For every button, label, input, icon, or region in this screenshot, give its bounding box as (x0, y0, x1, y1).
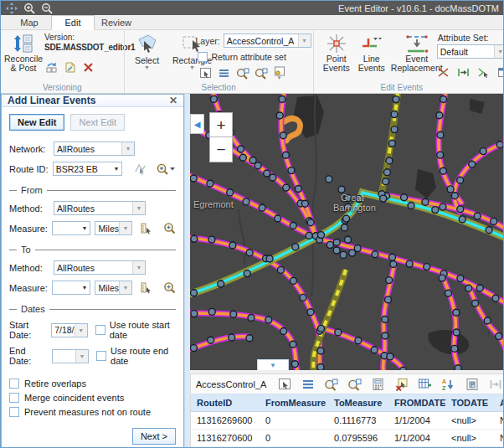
event-point[interactable] (496, 142, 503, 148)
route-id-dropdown[interactable]: BSR23 EB ▼ (53, 162, 123, 176)
event-point[interactable] (484, 317, 491, 324)
select-by-shape-icon[interactable] (199, 66, 213, 80)
event-point[interactable] (380, 195, 387, 202)
event-point[interactable] (207, 180, 213, 187)
event-point[interactable] (391, 126, 398, 133)
event-point[interactable] (333, 247, 340, 254)
network-dropdown[interactable]: AllRoutes ▼ (54, 142, 135, 156)
event-point[interactable] (270, 174, 276, 181)
event-point[interactable] (437, 131, 444, 138)
event-point[interactable] (388, 140, 395, 147)
table-header-row[interactable]: RouteID FromMeasure ToMeasure FROMDATE T… (191, 394, 504, 412)
event-point[interactable] (290, 277, 296, 284)
event-point[interactable] (218, 281, 224, 287)
event-point[interactable] (457, 177, 464, 183)
event-point[interactable] (229, 242, 236, 249)
to-method-arrow[interactable]: ▼ (132, 261, 145, 274)
event-point[interactable] (208, 308, 215, 315)
reconcile-post-button[interactable]: Reconcile & Post (4, 33, 43, 73)
event-point[interactable] (451, 345, 458, 352)
table-row[interactable]: 1131626960000.11167731/1/2004<null>No (191, 412, 504, 430)
event-point[interactable] (349, 250, 356, 256)
event-point[interactable] (447, 186, 454, 193)
to-zoom-icon[interactable] (163, 281, 176, 295)
zoom-out-icon[interactable] (40, 3, 53, 14)
event-point[interactable] (238, 146, 244, 152)
event-point[interactable] (338, 186, 345, 193)
route-id-dropdown-arrow[interactable]: ▼ (111, 166, 121, 172)
table-append-icon[interactable] (418, 377, 432, 391)
event-point[interactable] (382, 332, 388, 339)
table-split-icon[interactable] (488, 377, 502, 391)
map-zoom-in-button[interactable]: + (209, 112, 233, 137)
panel-close-icon[interactable]: ✕ (169, 95, 177, 106)
event-point[interactable] (290, 223, 296, 229)
table-calculator-icon[interactable] (371, 377, 385, 391)
to-measure-dropdown[interactable]: ▼ (52, 281, 91, 295)
event-point[interactable] (335, 329, 342, 336)
event-point[interactable] (306, 232, 312, 239)
panel-scrollbar[interactable] (184, 94, 190, 448)
from-units-arrow[interactable]: ▼ (119, 222, 131, 234)
event-point[interactable] (372, 251, 378, 258)
event-point[interactable] (191, 235, 198, 242)
event-point[interactable] (387, 353, 393, 360)
event-point[interactable] (436, 112, 443, 119)
event-point[interactable] (469, 161, 476, 167)
event-point[interactable] (355, 337, 362, 344)
zoom-to-selected-icon[interactable] (236, 66, 249, 80)
event-point[interactable] (401, 194, 408, 201)
event-point[interactable] (190, 175, 197, 182)
event-point[interactable] (408, 203, 414, 209)
layer-dropdown[interactable]: AccessControl_A ▼ (224, 33, 311, 48)
table-row[interactable]: 1131627060000.07955961/1/2004<null>No (191, 430, 504, 447)
event-point[interactable] (208, 337, 214, 343)
from-measure-tool-icon[interactable] (140, 222, 152, 235)
event-point[interactable] (326, 176, 332, 183)
event-point[interactable] (459, 216, 465, 223)
event-point[interactable] (492, 295, 499, 301)
select-button[interactable]: Select ▼ (129, 33, 166, 70)
event-point[interactable] (191, 290, 198, 296)
retire-overlaps-checkbox[interactable] (9, 378, 19, 389)
event-point[interactable] (208, 236, 215, 243)
end-date-arrow[interactable]: ▼ (75, 350, 88, 363)
event-point[interactable] (275, 215, 281, 222)
event-point[interactable] (266, 255, 273, 262)
event-point[interactable] (342, 224, 348, 231)
event-point[interactable] (227, 189, 234, 196)
event-point[interactable] (457, 206, 464, 213)
event-point[interactable] (457, 275, 464, 282)
event-point[interactable] (283, 184, 290, 191)
new-edit-button[interactable]: New Edit (9, 114, 64, 131)
event-point[interactable] (424, 264, 430, 270)
attribute-set-dropdown[interactable]: Default ▼ (437, 44, 504, 59)
event-point[interactable] (327, 241, 333, 248)
merge-events-icon[interactable] (477, 65, 491, 79)
to-units-arrow[interactable]: ▼ (119, 281, 131, 294)
event-point[interactable] (422, 198, 429, 205)
from-method-dropdown[interactable]: AllRoutes ▼ (54, 201, 146, 215)
event-point[interactable] (307, 219, 314, 226)
attribute-list-icon[interactable] (218, 66, 231, 80)
event-point[interactable] (496, 333, 502, 340)
event-point[interactable] (439, 275, 445, 281)
event-point[interactable] (390, 261, 397, 268)
select-route-on-map-icon[interactable] (133, 162, 147, 176)
event-point[interactable] (318, 232, 325, 239)
event-point[interactable] (371, 347, 378, 353)
event-point[interactable] (455, 365, 461, 370)
to-method-dropdown[interactable]: AllRoutes ▼ (54, 260, 146, 275)
map-view[interactable]: Egremont Great Barrington ◀ + − ▼ (190, 94, 504, 370)
start-date-arrow[interactable]: ▼ (75, 324, 87, 337)
event-point[interactable] (453, 329, 460, 336)
event-point[interactable] (318, 325, 325, 332)
event-point[interactable] (491, 218, 497, 224)
event-point[interactable] (264, 170, 270, 177)
event-point[interactable] (476, 285, 483, 291)
event-point[interactable] (255, 162, 261, 169)
event-point[interactable] (290, 341, 296, 348)
event-point[interactable] (440, 167, 446, 174)
tab-edit[interactable]: Edit (51, 15, 95, 30)
table-attribute-list-icon[interactable] (301, 377, 315, 391)
